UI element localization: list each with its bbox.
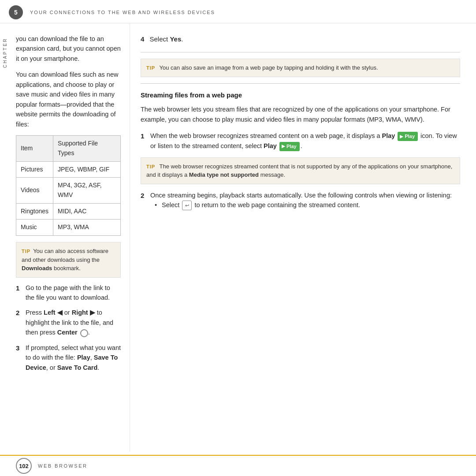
tip-label-3: TIP — [146, 164, 155, 169]
main-content: you can download the file to an expansio… — [0, 23, 476, 452]
step-2: 2 Press Left ◀ or Right ▶ to highlight t… — [16, 308, 121, 337]
tip-box-2: TIP You can also save an image from a we… — [141, 59, 460, 77]
streaming-step-num-2: 2 — [141, 190, 150, 213]
page-number: 102 — [16, 458, 32, 474]
intro-para-2: You can download files such as new appli… — [16, 70, 121, 129]
chapter-label: CHAPTER — [0, 26, 10, 79]
save-card-option: Save To Card — [57, 364, 98, 371]
streaming-step-2: 2 Once streaming begins, playback starts… — [141, 190, 460, 213]
step-content-1: Go to the page with the link to the file… — [26, 283, 121, 303]
back-text: to return to the web page containing the… — [194, 201, 360, 208]
table-row: RingtonesMIDI, AAC — [16, 203, 121, 219]
step-num-1: 1 — [16, 283, 26, 303]
tip-text-1: You can also access software and other d… — [22, 248, 108, 263]
tip-box-3: TIP The web browser recognizes streamed … — [141, 157, 460, 184]
tip-label-2: TIP — [146, 65, 155, 71]
step-content-2: Press Left ◀ or Right ▶ to highlight the… — [26, 308, 121, 337]
center-button-icon — [80, 329, 88, 337]
table-cell-0-0: Pictures — [16, 161, 53, 178]
divider-2 — [141, 83, 460, 84]
table-row: MusicMP3, WMA — [16, 219, 121, 236]
step-num-3: 3 — [16, 343, 26, 372]
header-bar: 5 YOUR CONNECTIONS TO THE WEB AND WIRELE… — [0, 0, 476, 23]
table-cell-1-1: MP4, 3G2, ASF, WMV — [53, 178, 121, 203]
table-header-types: Supported File Types — [53, 136, 121, 161]
left-bold: Left ◀ — [44, 309, 63, 316]
center-bold: Center — [57, 329, 78, 336]
step-content-3: If prompted, select what you want to do … — [26, 343, 121, 372]
play-button-icon-1: Play — [398, 132, 418, 141]
chapter-number: 5 — [9, 5, 23, 19]
step-1: 1 Go to the page with the link to the fi… — [16, 283, 121, 303]
table-row: VideosMP4, 3G2, ASF, WMV — [16, 178, 121, 203]
table-cell-1-0: Videos — [16, 178, 53, 203]
table-row: PicturesJPEG, WBMP, GIF — [16, 161, 121, 178]
tip-text3b: message. — [259, 171, 285, 178]
right-bold: Right ▶ — [72, 309, 95, 316]
table-cell-3-0: Music — [16, 219, 53, 236]
file-types-table: Item Supported File Types PicturesJPEG, … — [16, 135, 121, 236]
table-cell-0-1: JPEG, WBMP, GIF — [53, 161, 121, 178]
table-cell-2-1: MIDI, AAC — [53, 203, 121, 219]
select-text: Select — [162, 201, 181, 208]
streaming-steps-section: 1 When the web browser recognizes stream… — [141, 131, 460, 151]
streaming-step-content-2: Once streaming begins, playback starts a… — [150, 190, 460, 213]
table-header-item: Item — [16, 136, 53, 161]
streaming-controls-list: Select ↩ to return to the web page conta… — [150, 200, 460, 210]
left-column: you can download the file to an expansio… — [0, 23, 130, 452]
footer-label: WEB BROWSER — [38, 463, 87, 469]
tip-text-2: You can also save an image from a web pa… — [160, 64, 378, 71]
streaming-control-item-1: Select ↩ to return to the web page conta… — [155, 200, 460, 210]
step-4-container: 4 Select Yes. — [141, 34, 460, 44]
tip-bold-3: Media type not supported — [189, 171, 259, 178]
streaming-heading: Streaming files from a web page — [141, 90, 460, 100]
play-text-2: Play — [264, 142, 277, 149]
streaming-step-content-1: When the web browser recognizes streamed… — [150, 131, 460, 151]
streaming-step-1: 1 When the web browser recognizes stream… — [141, 131, 460, 151]
step-num-2: 2 — [16, 308, 26, 337]
streaming-step-num-1: 1 — [141, 131, 150, 151]
tip-bold-1: Downloads — [22, 265, 52, 271]
step-4-bold: Yes — [170, 35, 181, 43]
header-title: YOUR CONNECTIONS TO THE WEB AND WIRELESS… — [30, 10, 215, 15]
right-column: 4 Select Yes. TIP You can also save an i… — [130, 23, 476, 452]
back-icon: ↩ — [182, 201, 192, 210]
tip-text2-1: bookmark. — [52, 265, 80, 271]
step-num-4: 4 — [141, 35, 144, 43]
play-button-icon-2: Play — [279, 142, 300, 151]
table-cell-2-0: Ringtones — [16, 203, 53, 219]
play-option: Play — [77, 354, 90, 361]
tip-box-1: TIPYou can also access software and othe… — [16, 242, 121, 278]
intro-para-1: you can download the file to an expansio… — [16, 34, 121, 63]
step-4-text: Select — [150, 35, 170, 43]
tip-label-1: TIP — [22, 249, 30, 254]
divider-1 — [141, 52, 460, 52]
download-steps: 1 Go to the page with the link to the fi… — [16, 283, 121, 373]
streaming-body: The web browser lets you stream files th… — [141, 104, 460, 125]
table-cell-3-1: MP3, WMA — [53, 219, 121, 236]
play-text-1: Play — [382, 132, 395, 139]
step-3: 3 If prompted, select what you want to d… — [16, 343, 121, 372]
footer: 102 WEB BROWSER — [0, 455, 476, 476]
